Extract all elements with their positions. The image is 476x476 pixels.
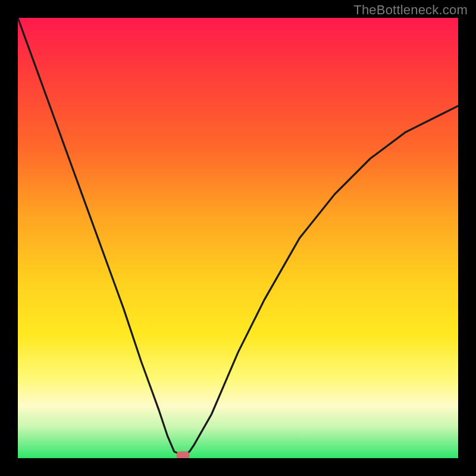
optimal-marker [177,452,190,458]
watermark-text: TheBottleneck.com [353,2,468,18]
plot-area [18,18,458,458]
bottleneck-curve [18,18,458,455]
chart-frame: TheBottleneck.com [0,0,476,476]
bottleneck-chart [18,18,458,458]
